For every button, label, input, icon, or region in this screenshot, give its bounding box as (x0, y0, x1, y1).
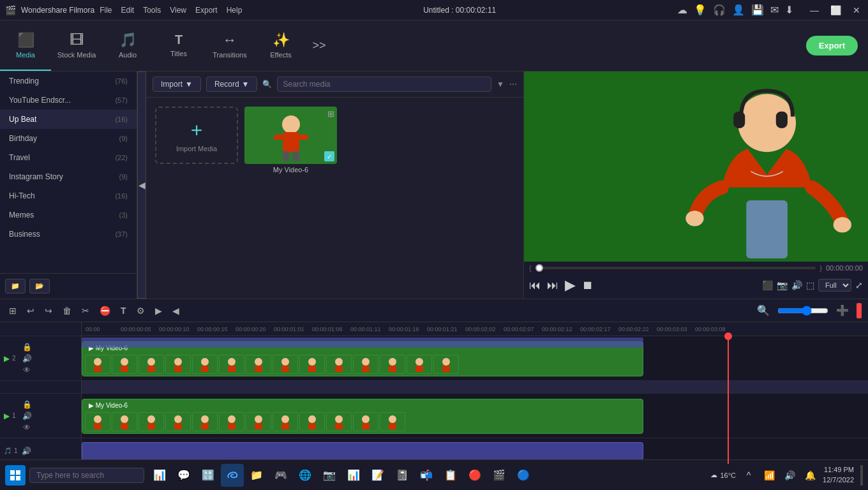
taskbar-excel-btn[interactable]: 📊 (342, 464, 365, 487)
track-v2-mute[interactable]: 🔊 (21, 353, 33, 364)
import-folder-btn[interactable]: 📂 (29, 279, 50, 293)
mail-icon[interactable]: ✉ (770, 4, 779, 16)
new-folder-btn[interactable]: 📁 (5, 279, 26, 293)
toolbar-audio[interactable]: 🎵 Audio (102, 20, 153, 71)
prev-frame-btn[interactable]: ⏮ (529, 279, 541, 292)
win-maximize[interactable]: ⬜ (828, 5, 844, 15)
track-v1-clip[interactable]: ▶ My Video-6 (82, 399, 643, 434)
a1-audio-clip[interactable] (82, 442, 643, 460)
taskbar-explorer-btn[interactable]: 📁 (245, 464, 268, 487)
step-back-btn[interactable]: ⏭ (547, 279, 558, 292)
cut-btn[interactable]: ✂ (79, 304, 92, 317)
toolbar-more[interactable]: >> (306, 20, 332, 71)
record-button[interactable]: Record ▼ (206, 77, 258, 92)
track-v1-mute[interactable]: 🔊 (21, 411, 33, 421)
category-youtube[interactable]: YouTube Endscr... (57) (0, 91, 137, 110)
screenshot-btn[interactable]: 📷 (777, 280, 788, 290)
category-memes[interactable]: Memes (3) (0, 205, 137, 225)
taskbar-edge-btn[interactable] (221, 464, 244, 487)
taskbar-word-btn[interactable]: 📝 (366, 464, 389, 487)
toolbar-stock-media[interactable]: 🎞 Stock Media (51, 20, 102, 71)
win-close[interactable]: ✕ (850, 5, 863, 15)
taskbar-cortana-btn[interactable]: 🔵 (512, 464, 535, 487)
menu-help[interactable]: Help (227, 6, 243, 15)
save-icon[interactable]: 💾 (751, 4, 764, 16)
bulb-icon[interactable]: 💡 (694, 4, 707, 16)
disable-btn[interactable]: ⛔ (97, 304, 113, 317)
playhead-handle[interactable] (724, 332, 732, 340)
preview-seekbar[interactable] (535, 267, 816, 269)
system-clock[interactable]: 11:49 PM 12/7/2022 (823, 465, 854, 485)
tray-arrow[interactable]: ^ (740, 466, 758, 484)
text-btn[interactable]: T (118, 304, 129, 317)
menu-view[interactable]: View (170, 6, 186, 15)
menu-file[interactable]: File (100, 6, 112, 15)
taskbar-opera-btn[interactable]: 🔴 (463, 464, 486, 487)
network-icon[interactable]: 📶 (760, 466, 778, 484)
download-icon[interactable]: ⬇ (785, 4, 793, 16)
aspect-ratio-btn[interactable]: ⬚ (806, 280, 814, 290)
v2-audio-clip[interactable] (82, 338, 643, 348)
taskbar-store-btn[interactable]: 🔠 (197, 464, 220, 487)
zoom-in-btn[interactable]: ➕ (834, 303, 851, 318)
category-business[interactable]: Business (37) (0, 225, 137, 244)
taskbar-widget-btn[interactable]: 📊 (148, 464, 171, 487)
category-trending[interactable]: Trending (76) (0, 71, 137, 91)
timeline-grid-btn[interactable]: ⊞ (6, 304, 19, 317)
taskbar-search[interactable] (29, 468, 144, 483)
category-birthday[interactable]: Birthday (9) (0, 129, 137, 148)
toolbar-effects[interactable]: ✨ Effects (255, 20, 306, 71)
headphone-icon[interactable]: 🎧 (713, 4, 726, 16)
taskbar-instagram-btn[interactable]: 📷 (318, 464, 341, 487)
toolbar-transitions[interactable]: ↔ Transitions (204, 20, 255, 71)
notification-icon[interactable]: 🔔 (801, 466, 819, 484)
playhead[interactable] (728, 336, 729, 464)
filter-icon[interactable]: ▼ (497, 80, 504, 89)
taskbar-teams-btn[interactable]: 💬 (172, 464, 195, 487)
track-a1-mute[interactable]: 🔊 (20, 446, 33, 456)
category-upbeat[interactable]: Up Beat (16) (0, 110, 137, 129)
user-icon[interactable]: 👤 (732, 4, 745, 16)
cloud-icon[interactable]: ☁ (677, 4, 687, 16)
category-instagram[interactable]: Instagram Story (9) (0, 167, 137, 186)
taskbar-outlook-btn[interactable]: 📬 (415, 464, 438, 487)
start-button[interactable] (5, 465, 26, 486)
expand-btn[interactable]: ⤢ (855, 280, 863, 290)
seekbar-handle[interactable] (535, 264, 543, 272)
delete-btn[interactable]: 🗑 (60, 304, 74, 317)
stop-btn[interactable]: ⏹ (582, 279, 594, 292)
import-button[interactable]: Import ▼ (153, 77, 201, 92)
menu-export[interactable]: Export (195, 6, 218, 15)
toolbar-titles[interactable]: T Titles (153, 20, 204, 71)
category-hitech[interactable]: Hi-Tech (16) (0, 186, 137, 205)
redo-btn[interactable]: ↪ (42, 304, 55, 317)
zoom-slider[interactable] (777, 306, 828, 316)
play-btn[interactable]: ▶ (565, 277, 576, 293)
media-item-myvideo6[interactable]: ⊞ ✓ My Video-6 (244, 107, 337, 174)
panel-collapse-button[interactable]: ◀ (137, 71, 146, 299)
taskbar-powerpoint-btn[interactable]: 📋 (439, 464, 462, 487)
menu-edit[interactable]: Edit (121, 6, 135, 15)
toolbar-media[interactable]: ⬛ Media (0, 20, 51, 71)
track-v2-lock[interactable]: 🔒 (21, 342, 33, 352)
export-button[interactable]: Export (806, 36, 858, 56)
track-v1-lock[interactable]: 🔒 (21, 399, 33, 410)
volume-btn[interactable]: 🔊 (791, 280, 802, 290)
taskbar-apps-btn[interactable]: 🎮 (269, 464, 292, 487)
track-v2-eye[interactable]: 👁 (21, 365, 33, 375)
settings-btn[interactable]: ⚙ (134, 304, 147, 317)
track-v1-eye[interactable]: 👁 (21, 422, 33, 433)
menu-tools[interactable]: Tools (143, 6, 161, 15)
import-media-box[interactable]: + Import Media (155, 107, 238, 164)
win-minimize[interactable]: — (807, 5, 821, 15)
taskbar-chrome-btn[interactable]: 🌐 (294, 464, 317, 487)
taskbar-filmora-btn[interactable]: 🎬 (488, 464, 511, 487)
quality-select[interactable]: Full 1/2 1/4 (818, 279, 851, 292)
fullscreen-btn[interactable]: ⬛ (762, 280, 773, 290)
zoom-out-btn[interactable]: 🔍 (754, 303, 772, 318)
undo-btn[interactable]: ↩ (24, 304, 37, 317)
audio-clip-btn[interactable]: ▶ (153, 304, 165, 317)
category-travel[interactable]: Travel (22) (0, 148, 137, 167)
taskbar-onenote-btn[interactable]: 📓 (391, 464, 414, 487)
media-search-input[interactable] (277, 77, 491, 92)
